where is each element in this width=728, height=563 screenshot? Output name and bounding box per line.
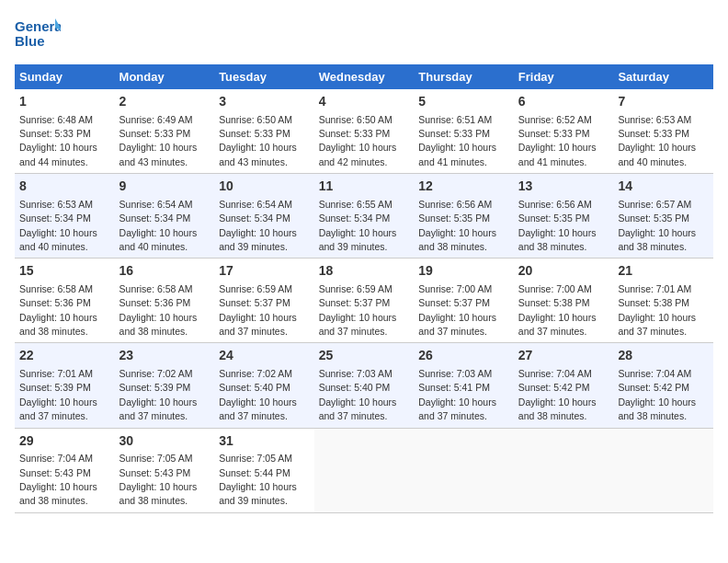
daylight-text: Daylight: 10 hours and 38 minutes. — [518, 227, 597, 252]
sunset-text: Sunset: 5:43 PM — [119, 467, 191, 478]
sunrise-text: Sunrise: 6:54 AM — [119, 199, 193, 210]
sunset-text: Sunset: 5:37 PM — [319, 297, 391, 308]
sunset-text: Sunset: 5:33 PM — [518, 128, 590, 139]
sunset-text: Sunset: 5:34 PM — [19, 213, 91, 224]
calendar-cell: 13Sunrise: 6:56 AMSunset: 5:35 PMDayligh… — [514, 174, 614, 259]
sunset-text: Sunset: 5:35 PM — [418, 213, 490, 224]
sunrise-text: Sunrise: 6:54 AM — [219, 199, 292, 210]
sunset-text: Sunset: 5:33 PM — [319, 128, 391, 139]
calendar-cell: 10Sunrise: 6:54 AMSunset: 5:34 PMDayligh… — [214, 174, 314, 259]
sunrise-text: Sunrise: 6:50 AM — [219, 114, 292, 125]
calendar-cell: 7Sunrise: 6:53 AMSunset: 5:33 PMDaylight… — [613, 89, 713, 174]
day-number: 10 — [219, 178, 310, 196]
daylight-text: Daylight: 10 hours and 39 minutes. — [219, 481, 297, 506]
daylight-text: Daylight: 10 hours and 39 minutes. — [219, 227, 297, 252]
daylight-text: Daylight: 10 hours and 37 minutes. — [418, 396, 496, 421]
sunrise-text: Sunrise: 7:02 AM — [219, 368, 292, 379]
sunrise-text: Sunrise: 6:58 AM — [119, 283, 193, 294]
calendar-cell: 30Sunrise: 7:05 AMSunset: 5:43 PMDayligh… — [115, 428, 215, 512]
sunrise-text: Sunrise: 6:58 AM — [19, 283, 93, 294]
sunrise-text: Sunrise: 7:00 AM — [418, 283, 492, 294]
calendar-cell: 14Sunrise: 6:57 AMSunset: 5:35 PMDayligh… — [613, 174, 713, 259]
calendar-cell: 15Sunrise: 6:58 AMSunset: 5:36 PMDayligh… — [15, 259, 115, 343]
day-number: 29 — [19, 432, 110, 451]
daylight-text: Daylight: 10 hours and 37 minutes. — [319, 396, 397, 421]
logo-svg: General Blue — [15, 15, 61, 55]
calendar-week-1: 1Sunrise: 6:48 AMSunset: 5:33 PMDaylight… — [15, 89, 713, 174]
day-number: 11 — [319, 178, 410, 196]
daylight-text: Daylight: 10 hours and 37 minutes. — [219, 312, 297, 337]
sunrise-text: Sunrise: 7:05 AM — [119, 453, 193, 464]
sunrise-text: Sunrise: 7:00 AM — [518, 283, 592, 294]
day-number: 15 — [19, 262, 110, 281]
day-number: 18 — [319, 262, 410, 281]
calendar-cell — [414, 428, 514, 512]
day-number: 5 — [418, 93, 509, 111]
daylight-text: Daylight: 10 hours and 39 minutes. — [319, 227, 397, 252]
daylight-text: Daylight: 10 hours and 38 minutes. — [19, 481, 97, 506]
sunset-text: Sunset: 5:36 PM — [19, 297, 91, 308]
day-number: 7 — [618, 93, 709, 111]
sunrise-text: Sunrise: 6:55 AM — [319, 199, 392, 210]
header-row: SundayMondayTuesdayWednesdayThursdayFrid… — [15, 64, 713, 89]
sunrise-text: Sunrise: 7:04 AM — [19, 453, 93, 464]
sunset-text: Sunset: 5:42 PM — [618, 382, 689, 393]
calendar-cell: 29Sunrise: 7:04 AMSunset: 5:43 PMDayligh… — [15, 428, 115, 512]
day-number: 20 — [518, 262, 609, 281]
sunrise-text: Sunrise: 7:02 AM — [119, 368, 193, 379]
daylight-text: Daylight: 10 hours and 40 minutes. — [19, 227, 97, 252]
calendar-cell: 3Sunrise: 6:50 AMSunset: 5:33 PMDaylight… — [214, 89, 314, 174]
sunrise-text: Sunrise: 6:51 AM — [418, 114, 492, 125]
sunrise-text: Sunrise: 6:57 AM — [618, 199, 691, 210]
sunset-text: Sunset: 5:36 PM — [119, 297, 191, 308]
header-day-monday: Monday — [115, 64, 215, 89]
day-number: 14 — [618, 178, 709, 196]
sunrise-text: Sunrise: 6:59 AM — [319, 283, 392, 294]
sunrise-text: Sunrise: 6:50 AM — [319, 114, 392, 125]
day-number: 13 — [518, 178, 609, 196]
calendar-cell: 28Sunrise: 7:04 AMSunset: 5:42 PMDayligh… — [613, 343, 713, 428]
daylight-text: Daylight: 10 hours and 37 minutes. — [518, 312, 597, 337]
daylight-text: Daylight: 10 hours and 41 minutes. — [418, 142, 496, 167]
daylight-text: Daylight: 10 hours and 40 minutes. — [119, 227, 198, 252]
day-number: 24 — [219, 347, 310, 365]
sunrise-text: Sunrise: 6:48 AM — [19, 114, 93, 125]
sunrise-text: Sunrise: 7:05 AM — [219, 453, 292, 464]
day-number: 17 — [219, 262, 310, 281]
day-number: 3 — [219, 93, 310, 111]
sunrise-text: Sunrise: 7:03 AM — [418, 368, 492, 379]
daylight-text: Daylight: 10 hours and 43 minutes. — [119, 142, 198, 167]
daylight-text: Daylight: 10 hours and 38 minutes. — [119, 481, 198, 506]
sunset-text: Sunset: 5:37 PM — [418, 297, 490, 308]
sunset-text: Sunset: 5:39 PM — [19, 382, 91, 393]
sunset-text: Sunset: 5:41 PM — [418, 382, 490, 393]
daylight-text: Daylight: 10 hours and 38 minutes. — [119, 312, 198, 337]
header-day-sunday: Sunday — [15, 64, 115, 89]
daylight-text: Daylight: 10 hours and 42 minutes. — [319, 142, 397, 167]
calendar-cell: 23Sunrise: 7:02 AMSunset: 5:39 PMDayligh… — [115, 343, 215, 428]
day-number: 2 — [119, 93, 210, 111]
page-header: General Blue — [15, 15, 713, 55]
day-number: 1 — [19, 93, 110, 111]
day-number: 12 — [418, 178, 509, 196]
day-number: 30 — [119, 432, 210, 451]
calendar-week-3: 15Sunrise: 6:58 AMSunset: 5:36 PMDayligh… — [15, 259, 713, 343]
sunrise-text: Sunrise: 6:56 AM — [518, 199, 592, 210]
day-number: 16 — [119, 262, 210, 281]
day-number: 26 — [418, 347, 509, 365]
calendar-cell: 22Sunrise: 7:01 AMSunset: 5:39 PMDayligh… — [15, 343, 115, 428]
sunset-text: Sunset: 5:33 PM — [418, 128, 490, 139]
header-day-friday: Friday — [514, 64, 614, 89]
sunrise-text: Sunrise: 7:01 AM — [618, 283, 691, 294]
sunrise-text: Sunrise: 6:52 AM — [518, 114, 592, 125]
sunset-text: Sunset: 5:38 PM — [618, 297, 689, 308]
calendar-cell: 2Sunrise: 6:49 AMSunset: 5:33 PMDaylight… — [115, 89, 215, 174]
sunset-text: Sunset: 5:34 PM — [119, 213, 191, 224]
sunset-text: Sunset: 5:39 PM — [119, 382, 191, 393]
calendar-cell: 31Sunrise: 7:05 AMSunset: 5:44 PMDayligh… — [214, 428, 314, 512]
calendar-cell: 6Sunrise: 6:52 AMSunset: 5:33 PMDaylight… — [514, 89, 614, 174]
calendar-cell: 5Sunrise: 6:51 AMSunset: 5:33 PMDaylight… — [414, 89, 514, 174]
sunset-text: Sunset: 5:44 PM — [219, 467, 290, 478]
calendar-cell: 24Sunrise: 7:02 AMSunset: 5:40 PMDayligh… — [214, 343, 314, 428]
day-number: 31 — [219, 432, 310, 451]
